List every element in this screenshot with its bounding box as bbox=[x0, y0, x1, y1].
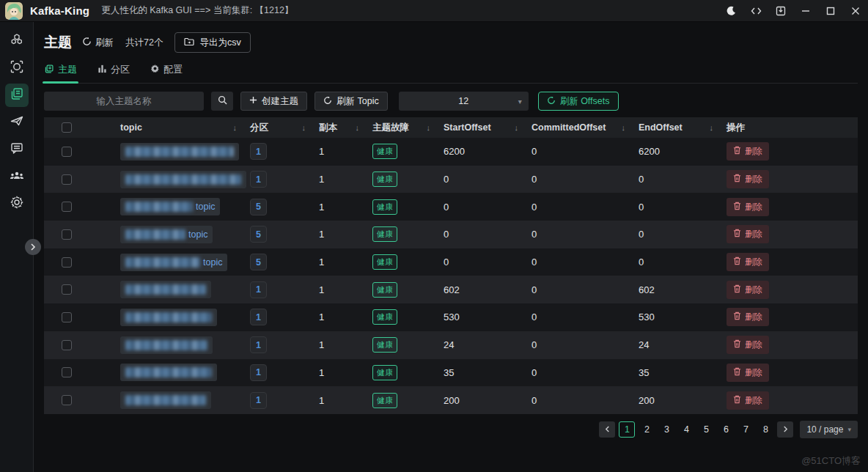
sidebar-item-consumer-groups[interactable] bbox=[5, 165, 29, 188]
row-checkbox[interactable] bbox=[62, 367, 72, 377]
sort-arrow-icon[interactable]: ↓ bbox=[356, 123, 360, 132]
row-checkbox[interactable] bbox=[62, 147, 72, 157]
tab-partitions[interactable]: 分区 bbox=[98, 63, 130, 83]
row-checkbox[interactable] bbox=[62, 202, 72, 212]
sidebar-expand-chevron[interactable] bbox=[25, 239, 41, 255]
table-row[interactable]: 1 1 健康 200 0 200 删除 bbox=[44, 386, 858, 414]
topic-name-redacted[interactable]: topic bbox=[120, 254, 227, 271]
delete-button[interactable]: 删除 bbox=[727, 170, 769, 188]
partition-count-badge[interactable]: 5 bbox=[250, 226, 267, 243]
delete-button[interactable]: 删除 bbox=[727, 308, 769, 326]
delete-button[interactable]: 删除 bbox=[727, 391, 769, 410]
table-row[interactable]: topic 5 1 健康 0 0 0 删除 bbox=[44, 193, 858, 221]
tab-topics[interactable]: 主题 bbox=[44, 63, 77, 83]
column-header-7[interactable]: EndOffset↓ bbox=[633, 122, 721, 133]
table-row[interactable]: 1 1 健康 6200 0 6200 删除 bbox=[44, 138, 858, 166]
theme-toggle-moon-icon[interactable] bbox=[718, 0, 743, 21]
table-row[interactable]: 1 1 健康 35 0 35 删除 bbox=[44, 359, 858, 387]
page-button-5[interactable]: 5 bbox=[698, 421, 714, 438]
sort-arrow-icon[interactable]: ↓ bbox=[622, 123, 626, 132]
page-button-7[interactable]: 7 bbox=[738, 421, 754, 438]
table-row[interactable]: 1 1 健康 530 0 530 删除 bbox=[44, 303, 858, 331]
export-csv-button[interactable]: 导出为csv bbox=[174, 32, 250, 53]
topic-name-redacted[interactable] bbox=[120, 336, 213, 354]
refresh-topic-button[interactable]: 刷新 Topic bbox=[315, 92, 388, 111]
sort-arrow-icon[interactable]: ↓ bbox=[427, 123, 431, 132]
partition-count-badge[interactable]: 1 bbox=[250, 171, 267, 188]
refresh-offsets-button[interactable]: 刷新 Offsets bbox=[538, 92, 619, 111]
table-row[interactable]: 1 1 健康 24 0 24 删除 bbox=[44, 331, 858, 359]
minimize-button[interactable] bbox=[793, 0, 818, 21]
column-header-5[interactable]: StartOffset↓ bbox=[438, 122, 526, 133]
table-row[interactable]: topic 5 1 健康 0 0 0 删除 bbox=[44, 248, 858, 276]
topic-name-redacted[interactable]: topic bbox=[120, 198, 220, 215]
page-button-6[interactable]: 6 bbox=[718, 421, 734, 438]
sort-arrow-icon[interactable]: ↓ bbox=[515, 123, 519, 132]
row-checkbox[interactable] bbox=[62, 340, 72, 350]
topic-name-redacted[interactable] bbox=[120, 143, 239, 161]
sidebar-item-settings[interactable] bbox=[5, 192, 29, 215]
close-button[interactable] bbox=[843, 0, 868, 21]
delete-button[interactable]: 删除 bbox=[727, 336, 769, 354]
row-checkbox[interactable] bbox=[62, 229, 72, 240]
create-topic-button[interactable]: 创建主题 bbox=[240, 92, 307, 111]
delete-button[interactable]: 删除 bbox=[727, 281, 769, 299]
topic-name-redacted[interactable] bbox=[120, 391, 211, 409]
partition-count-badge[interactable]: 1 bbox=[250, 336, 267, 353]
search-button[interactable] bbox=[211, 92, 233, 111]
partition-count-badge[interactable]: 1 bbox=[250, 392, 267, 409]
topic-name-redacted[interactable] bbox=[120, 171, 246, 188]
delete-button[interactable]: 删除 bbox=[727, 198, 769, 216]
sidebar-item-topics[interactable] bbox=[5, 84, 29, 107]
select-all-checkbox[interactable] bbox=[62, 122, 72, 133]
delete-button[interactable]: 删除 bbox=[727, 364, 769, 382]
partition-count-badge[interactable]: 1 bbox=[250, 309, 267, 325]
delete-button[interactable]: 删除 bbox=[727, 253, 769, 271]
row-checkbox[interactable] bbox=[62, 257, 72, 268]
row-checkbox[interactable] bbox=[62, 395, 72, 405]
page-size-select[interactable]: 12 ▾ bbox=[399, 92, 529, 111]
prev-page-button[interactable] bbox=[599, 421, 615, 438]
column-header-4[interactable]: 主题故障↓ bbox=[367, 122, 438, 134]
partition-count-badge[interactable]: 5 bbox=[250, 254, 267, 270]
sidebar-item-messages[interactable] bbox=[5, 138, 29, 161]
sidebar-item-monitor[interactable] bbox=[5, 56, 29, 80]
topic-name-redacted[interactable] bbox=[120, 364, 217, 381]
maximize-button[interactable] bbox=[818, 0, 843, 21]
row-checkbox[interactable] bbox=[62, 174, 72, 185]
row-checkbox[interactable] bbox=[62, 312, 72, 322]
page-button-3[interactable]: 3 bbox=[658, 421, 674, 438]
column-header-2[interactable]: 分区↓ bbox=[244, 122, 313, 134]
partition-count-badge[interactable]: 1 bbox=[250, 281, 267, 298]
partition-count-badge[interactable]: 5 bbox=[250, 199, 267, 215]
page-button-8[interactable]: 8 bbox=[757, 421, 773, 438]
refresh-topics-control[interactable]: 刷新 bbox=[82, 37, 114, 49]
topic-name-redacted[interactable] bbox=[120, 281, 211, 298]
page-button-2[interactable]: 2 bbox=[639, 421, 655, 438]
table-row[interactable]: 1 1 健康 0 0 0 删除 bbox=[44, 166, 858, 193]
devtools-code-icon[interactable] bbox=[743, 0, 768, 21]
delete-button[interactable]: 删除 bbox=[727, 142, 769, 161]
tab-config[interactable]: 配置 bbox=[150, 63, 183, 83]
pin-window-icon[interactable] bbox=[768, 0, 793, 21]
delete-button[interactable]: 删除 bbox=[727, 225, 769, 243]
row-checkbox[interactable] bbox=[62, 284, 72, 295]
table-row[interactable]: topic 5 1 健康 0 0 0 删除 bbox=[44, 221, 858, 248]
page-button-1[interactable]: 1 bbox=[619, 421, 635, 438]
sidebar-item-cluster[interactable] bbox=[5, 29, 29, 53]
topic-name-redacted[interactable]: topic bbox=[120, 226, 213, 243]
column-header-1[interactable]: topic↓ bbox=[106, 122, 244, 133]
next-page-button[interactable] bbox=[777, 421, 793, 438]
sidebar-item-producer[interactable] bbox=[5, 111, 29, 134]
sort-arrow-icon[interactable]: ↓ bbox=[710, 123, 714, 132]
topic-name-redacted[interactable] bbox=[120, 309, 217, 326]
sort-arrow-icon[interactable]: ↓ bbox=[233, 123, 238, 132]
partition-count-badge[interactable]: 1 bbox=[250, 364, 267, 381]
column-header-3[interactable]: 副本↓ bbox=[313, 122, 367, 134]
table-row[interactable]: 1 1 健康 602 0 602 删除 bbox=[44, 276, 858, 303]
partition-count-badge[interactable]: 1 bbox=[250, 143, 267, 160]
page-size-per-page-select[interactable]: 10 / page ▾ bbox=[800, 421, 858, 438]
column-header-6[interactable]: CommittedOffset↓ bbox=[526, 122, 633, 133]
search-input[interactable] bbox=[44, 92, 204, 111]
sort-arrow-icon[interactable]: ↓ bbox=[302, 123, 306, 132]
